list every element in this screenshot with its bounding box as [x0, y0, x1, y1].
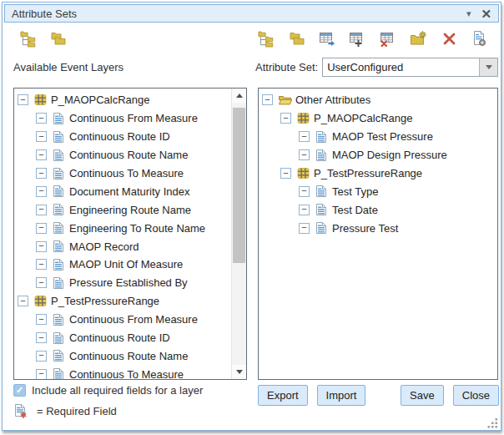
collapse-toggle[interactable] — [36, 332, 47, 343]
window-menu-button[interactable]: ▾ — [466, 9, 471, 18]
collapse-toggle[interactable] — [36, 351, 47, 362]
dropdown-button[interactable] — [479, 58, 497, 76]
collapse-toggle[interactable] — [299, 223, 310, 234]
tree-item[interactable]: Engineering Route Name — [14, 200, 246, 219]
tree-item[interactable]: Continuous To Measure — [14, 365, 246, 380]
collapse-toggle[interactable] — [36, 205, 47, 215]
available-layers-tree-panel[interactable]: P_MAOPCalcRangeContinuous From MeasureCo… — [13, 88, 247, 380]
table-add-button[interactable] — [349, 30, 366, 48]
tree-item[interactable]: MAOP Record — [14, 237, 246, 255]
title-bar[interactable]: Attribute Sets ▾ ✕ — [4, 4, 499, 23]
tree-item[interactable]: Continuous From Measure — [14, 311, 246, 329]
collapse-toggle[interactable] — [280, 168, 291, 179]
collapse-toggle[interactable] — [18, 94, 28, 105]
layer-tree-button[interactable] — [258, 30, 275, 48]
tree-item[interactable]: Continuous Route ID — [14, 128, 246, 146]
scroll-down-button[interactable] — [232, 365, 246, 379]
collapse-toggle[interactable] — [18, 296, 28, 306]
collapse-toggle[interactable] — [36, 186, 47, 197]
doc-gear-icon — [471, 30, 488, 48]
event-layer-icon — [295, 112, 310, 124]
tree-item[interactable]: P_MAOPCalcRange — [14, 91, 246, 109]
include-required-fields-row: Include all required fields for a layer — [13, 384, 203, 397]
field-icon — [51, 112, 66, 125]
tree-item-label: Continuous To Measure — [69, 167, 184, 180]
tree-item[interactable]: MAOP Test Pressure — [259, 128, 497, 146]
collapse-toggle[interactable] — [36, 223, 47, 234]
tree-item[interactable]: P_MAOPCalcRange — [259, 109, 497, 128]
collapse-toggle[interactable] — [299, 149, 310, 160]
triangle-up-icon — [236, 94, 243, 98]
field-icon — [314, 185, 329, 198]
open-folder-icon — [277, 94, 292, 106]
left-panel-scrollbar[interactable] — [231, 89, 246, 379]
scroll-up-button[interactable] — [232, 89, 246, 103]
tree-item-label: Continuous Route Name — [69, 350, 188, 362]
tree-item[interactable]: P_TestPressureRange — [259, 164, 497, 183]
attribute-set-row: Attribute Set: UserConfigured — [255, 58, 498, 77]
table-export-button[interactable] — [319, 30, 336, 48]
save-button[interactable]: Save — [401, 385, 444, 406]
collapse-toggle[interactable] — [36, 369, 47, 380]
collapse-toggle[interactable] — [280, 113, 291, 124]
tree-item[interactable]: Continuous Route ID — [14, 329, 246, 347]
collapse-toggle[interactable] — [299, 131, 310, 142]
tree-item-label: MAOP Unit Of Measure — [69, 258, 183, 271]
available-event-layers-label: Available Event Layers — [13, 61, 123, 73]
collapse-toggle[interactable] — [36, 277, 47, 288]
tree-item[interactable]: P_TestPressureRange — [14, 292, 246, 311]
scrollbar-thumb[interactable] — [233, 108, 245, 263]
field-icon — [51, 203, 66, 216]
field-icon — [51, 276, 66, 290]
table-remove-button[interactable] — [380, 30, 397, 48]
collapse-toggle[interactable] — [299, 205, 310, 215]
tree-item[interactable]: Continuous From Measure — [14, 109, 246, 128]
tree-item[interactable]: Pressure Established By — [14, 274, 246, 292]
tree-item[interactable]: MAOP Design Pressure — [259, 146, 497, 164]
tree-item-label: Continuous From Measure — [69, 112, 198, 124]
window-close-button[interactable]: ✕ — [481, 8, 491, 20]
toolbar — [3, 30, 501, 52]
include-required-fields-checkbox[interactable] — [13, 384, 26, 397]
collapse-toggle[interactable] — [36, 168, 47, 179]
field-icon — [51, 149, 66, 162]
tree-item[interactable]: Continuous Route Name — [14, 346, 246, 365]
collapse-toggle[interactable] — [36, 131, 47, 142]
tree-item[interactable]: Document Maturity Index — [14, 182, 246, 200]
collapse-toggle[interactable] — [262, 94, 273, 105]
collapse-toggle[interactable] — [36, 149, 47, 160]
tree-item-label: P_MAOPCalcRange — [314, 112, 413, 124]
tree-item[interactable]: MAOP Unit Of Measure — [14, 255, 246, 274]
import-button[interactable]: Import — [317, 385, 366, 406]
table-add-icon — [349, 30, 366, 48]
tree-item-label: Continuous Route ID — [69, 130, 170, 143]
tree-item[interactable]: Engineering To Route Name — [14, 219, 246, 237]
tree-item[interactable]: Continuous Route Name — [14, 146, 246, 164]
delete-button[interactable] — [441, 30, 458, 48]
tree-item[interactable]: Continuous To Measure — [14, 164, 246, 183]
collapse-toggle[interactable] — [36, 113, 47, 124]
document-settings-button[interactable] — [471, 30, 488, 48]
button-spacer — [375, 385, 391, 406]
folders-icon — [49, 30, 67, 48]
tree-item[interactable]: Test Date — [259, 200, 497, 219]
collapse-toggle[interactable] — [299, 186, 310, 197]
add-layer-tree-button[interactable] — [20, 30, 38, 48]
export-button[interactable]: Export — [258, 385, 308, 406]
field-icon — [51, 331, 66, 345]
tree-item[interactable]: Pressure Test — [259, 219, 497, 237]
folder-gear-icon — [410, 30, 427, 48]
tree-item[interactable]: Other Attributes — [259, 91, 497, 109]
close-button[interactable]: Close — [453, 385, 499, 406]
folder-settings-button[interactable] — [410, 30, 427, 48]
folders-button[interactable] — [288, 30, 305, 48]
resize-grip[interactable] — [487, 417, 498, 427]
collapse-toggle[interactable] — [36, 259, 47, 270]
collapse-toggle[interactable] — [36, 314, 47, 325]
tree-item[interactable]: Test Type — [259, 182, 497, 200]
collapse-toggle[interactable] — [36, 241, 47, 252]
attribute-sets-dialog: Attribute Sets ▾ ✕ Available Event Layer… — [2, 2, 501, 431]
attribute-set-tree-panel[interactable]: Other AttributesP_MAOPCalcRangeMAOP Test… — [258, 88, 498, 380]
attribute-set-dropdown[interactable]: UserConfigured — [322, 58, 498, 77]
add-folder-button[interactable] — [49, 30, 67, 48]
